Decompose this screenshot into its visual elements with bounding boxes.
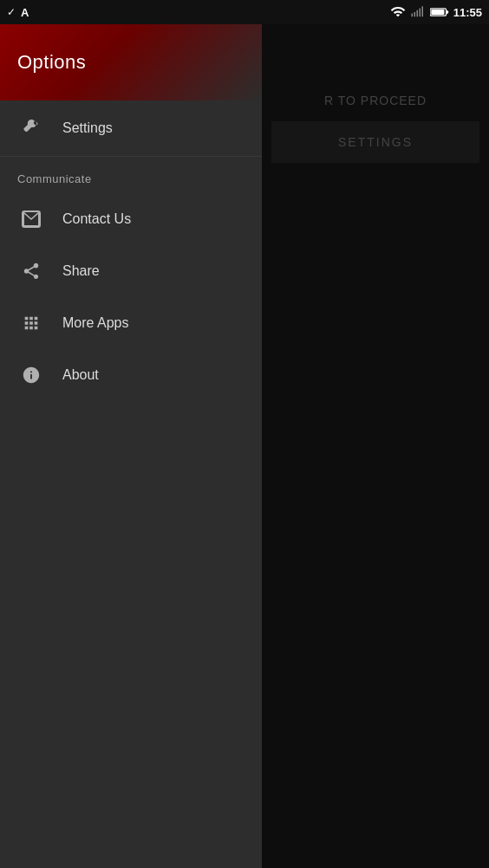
a-icon: A (21, 6, 29, 19)
main-layout: Options Settings Communicate Contact Us (0, 24, 489, 868)
share-icon (17, 257, 45, 285)
wifi-icon (390, 6, 406, 18)
settings-label: Settings (62, 120, 113, 136)
communicate-label: Communicate (17, 172, 92, 185)
check-icon: ✓ (7, 6, 16, 18)
status-time: 11:55 (453, 6, 482, 19)
about-item[interactable]: About (0, 349, 262, 401)
signal-icon (410, 6, 426, 18)
drawer: Options Settings Communicate Contact Us (0, 24, 262, 868)
contact-us-label: Contact Us (62, 211, 131, 227)
overlay-scrim[interactable] (262, 24, 489, 868)
more-apps-item[interactable]: More Apps (0, 297, 262, 349)
envelope-icon (17, 205, 45, 233)
grid-icon (17, 309, 45, 337)
more-apps-label: More Apps (62, 315, 128, 331)
battery-icon (430, 6, 449, 18)
drawer-title: Options (17, 51, 86, 74)
share-label: Share (62, 263, 100, 279)
status-bar: ✓ A 11:55 (0, 0, 489, 24)
communicate-section-header: Communicate (0, 157, 262, 193)
svg-rect-1 (446, 10, 448, 13)
status-bar-right: 11:55 (390, 6, 482, 19)
svg-rect-2 (431, 10, 444, 15)
share-item[interactable]: Share (0, 245, 262, 297)
contact-us-item[interactable]: Contact Us (0, 193, 262, 245)
info-icon (17, 361, 45, 389)
status-bar-left: ✓ A (7, 6, 29, 19)
drawer-header: Options (0, 24, 262, 100)
wrench-icon (17, 114, 45, 142)
about-label: About (62, 367, 99, 383)
settings-menu-item[interactable]: Settings (0, 100, 262, 157)
